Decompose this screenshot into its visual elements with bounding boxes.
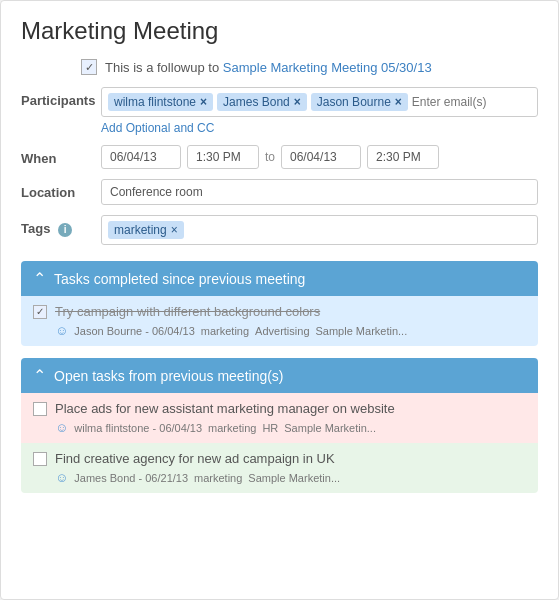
location-label: Location — [21, 179, 101, 200]
location-content — [101, 179, 538, 205]
location-row: Location — [21, 179, 538, 205]
completed-task-1-tag-1: Advertising — [255, 325, 309, 337]
participants-input[interactable] — [412, 95, 531, 109]
followup-link[interactable]: Sample Marketing Meeting 05/30/13 — [223, 60, 432, 75]
completed-task-1-title: Try campaign with different background c… — [55, 304, 320, 319]
remove-james[interactable]: × — [294, 95, 301, 109]
open-task-1-tag-1: HR — [262, 422, 278, 434]
tag-chip-marketing: marketing × — [108, 221, 184, 239]
completed-section-header: ⌃ Tasks completed since previous meeting — [21, 261, 538, 296]
remove-jason[interactable]: × — [395, 95, 402, 109]
page-title: Marketing Meeting — [21, 17, 538, 45]
completed-section: ⌃ Tasks completed since previous meeting… — [21, 261, 538, 346]
open-task-1-title: Place ads for new assistant marketing ma… — [55, 401, 395, 416]
main-card: Marketing Meeting This is a followup to … — [0, 0, 559, 600]
open-task-2-title: Find creative agency for new ad campaign… — [55, 451, 335, 466]
open-task-1-checkbox[interactable] — [33, 402, 47, 416]
participants-field[interactable]: wilma flintstone × James Bond × Jason Bo… — [101, 87, 538, 117]
when-content: to — [101, 145, 538, 169]
completed-task-1-checkbox[interactable] — [33, 305, 47, 319]
open-task-2-person: James Bond - 06/21/13 — [74, 472, 188, 484]
open-task-2-checkbox[interactable] — [33, 452, 47, 466]
open-section-header: ⌃ Open tasks from previous meeting(s) — [21, 358, 538, 393]
followup-row: This is a followup to Sample Marketing M… — [81, 59, 538, 75]
open-section: ⌃ Open tasks from previous meeting(s) Pl… — [21, 358, 538, 493]
open-task-1: Place ads for new assistant marketing ma… — [21, 393, 538, 443]
open-task-1-tag-2: Sample Marketin... — [284, 422, 376, 434]
participant-chip-jason: Jason Bourne × — [311, 93, 408, 111]
open-task-1-meta: ☺ wilma flintstone - 06/04/13 marketing … — [33, 420, 526, 435]
participants-row: Participants wilma flintstone × James Bo… — [21, 87, 538, 135]
end-date-input[interactable] — [281, 145, 361, 169]
when-fields: to — [101, 145, 538, 169]
completed-section-title: Tasks completed since previous meeting — [54, 271, 305, 287]
open-task-2: Find creative agency for new ad campaign… — [21, 443, 538, 493]
tags-row: Tags i marketing × — [21, 215, 538, 245]
remove-marketing-tag[interactable]: × — [171, 223, 178, 237]
open-task-2-main: Find creative agency for new ad campaign… — [33, 451, 526, 466]
completed-task-1-meta: ☺ Jason Bourne - 06/04/13 marketing Adve… — [33, 323, 526, 338]
open-task-1-person: wilma flintstone - 06/04/13 — [74, 422, 202, 434]
open-task-2-meta: ☺ James Bond - 06/21/13 marketing Sample… — [33, 470, 526, 485]
open-task-2-tag-1: Sample Marketin... — [248, 472, 340, 484]
open-task-1-main: Place ads for new assistant marketing ma… — [33, 401, 526, 416]
start-date-input[interactable] — [101, 145, 181, 169]
followup-checkbox[interactable] — [81, 59, 97, 75]
person-icon-2: ☺ — [55, 420, 68, 435]
tags-info-icon[interactable]: i — [58, 223, 72, 237]
completed-task-1: Try campaign with different background c… — [21, 296, 538, 346]
when-label: When — [21, 145, 101, 166]
completed-task-1-main: Try campaign with different background c… — [33, 304, 526, 319]
open-chevron-icon[interactable]: ⌃ — [33, 366, 46, 385]
to-label: to — [265, 150, 275, 164]
completed-task-1-tag-2: Sample Marketin... — [316, 325, 408, 337]
participants-content: wilma flintstone × James Bond × Jason Bo… — [101, 87, 538, 135]
completed-task-1-person: Jason Bourne - 06/04/13 — [74, 325, 195, 337]
completed-task-1-tag-0: marketing — [201, 325, 249, 337]
location-input[interactable] — [101, 179, 538, 205]
tags-content: marketing × — [101, 215, 538, 245]
completed-chevron-icon[interactable]: ⌃ — [33, 269, 46, 288]
participant-chip-wilma: wilma flintstone × — [108, 93, 213, 111]
tags-field[interactable]: marketing × — [101, 215, 538, 245]
remove-wilma[interactable]: × — [200, 95, 207, 109]
person-icon: ☺ — [55, 323, 68, 338]
participant-chip-james: James Bond × — [217, 93, 307, 111]
followup-text: This is a followup to Sample Marketing M… — [105, 60, 432, 75]
open-section-title: Open tasks from previous meeting(s) — [54, 368, 284, 384]
end-time-input[interactable] — [367, 145, 439, 169]
tags-label: Tags i — [21, 215, 101, 237]
person-icon-3: ☺ — [55, 470, 68, 485]
add-optional-link[interactable]: Add Optional and CC — [101, 121, 538, 135]
when-row: When to — [21, 145, 538, 169]
open-task-1-tag-0: marketing — [208, 422, 256, 434]
open-task-2-tag-0: marketing — [194, 472, 242, 484]
participants-label: Participants — [21, 87, 101, 108]
start-time-input[interactable] — [187, 145, 259, 169]
